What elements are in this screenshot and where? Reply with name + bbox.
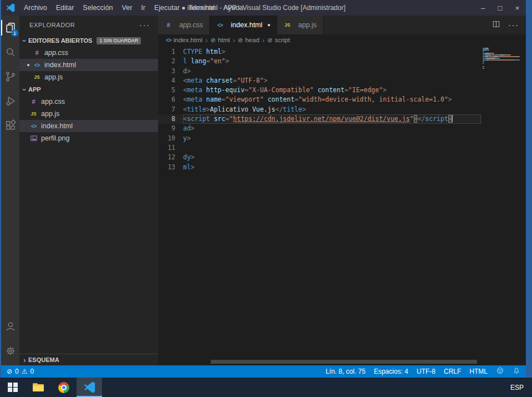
outline-section-header[interactable]: › ESQUEMA [19,354,158,365]
token: content [267,96,294,103]
breadcrumb-item-script[interactable]: script [275,37,290,43]
breadcrumb-item-html[interactable]: html [218,37,230,43]
sidebar-more-actions-icon[interactable]: ··· [139,21,150,29]
token: "en" [210,57,226,65]
code-line-5[interactable]: 5<meta http-equiv="X-UA-Compatible" cont… [158,86,526,95]
file-app-css[interactable]: #app.css [19,96,158,108]
line-number: 2 [158,57,183,66]
minimap-segment [483,51,484,52]
editor-more-actions-icon[interactable]: ··· [508,21,519,29]
token: > [225,57,229,65]
tab-app-js[interactable]: JSapp.js [277,16,323,34]
activity-bar-bottom [1,314,19,365]
encoding[interactable]: UTF-8 [417,368,435,375]
open-editors-section-header[interactable]: › EDITORES ABIERTOS 1 SIN GUARDAR [19,34,158,47]
code-line-12[interactable]: 12dy> [158,153,526,162]
extensions-icon[interactable] [1,113,19,138]
minimap-segment [488,48,489,49]
file-perfil-png[interactable]: perfil.png [19,132,158,144]
cursor-position[interactable]: Lín. 8, col. 75 [326,368,366,375]
token: > [383,86,387,94]
vscode-taskbar-icon[interactable] [77,378,102,397]
code-line-10[interactable]: 10y> [158,134,526,143]
menu-archivo[interactable]: Archivo [19,0,52,16]
open-editor-index-html[interactable]: ●<>index.html [19,59,158,71]
token: = [344,86,348,94]
menu-selecci-n[interactable]: Selección [78,0,117,16]
problems-status[interactable]: ⊘ 0 ⚠ 0 [7,368,34,375]
source-control-icon[interactable] [1,64,19,89]
close-button[interactable]: × [509,0,526,16]
token: l [183,57,187,65]
warnings-icon: ⚠ [22,368,28,375]
minimap-line [483,68,525,69]
breadcrumb-item-head[interactable]: head [245,37,260,43]
tab-app-css[interactable]: #app.css [158,16,210,34]
code-line-9[interactable]: 9ad> [158,124,526,133]
minimap-segment [492,54,500,56]
run-debug-icon[interactable] [1,89,19,113]
start-button[interactable] [0,378,26,397]
open-editor-app-js[interactable]: JSapp.js [19,71,158,83]
code-line-4[interactable]: 4<meta charset="UTF-8"> [158,76,526,86]
code-editor[interactable]: 1CTYPE html>2l lang="en">3d>4<meta chars… [158,46,526,365]
folder-section-header[interactable]: › APP [19,83,158,96]
code-line-13[interactable]: 13ml> [158,163,526,172]
language-indicator[interactable]: ESP [502,384,532,391]
eol[interactable]: CRLF [444,368,461,375]
explorer-icon[interactable]: 1 [1,16,19,40]
code-line-3[interactable]: 3d> [158,67,526,76]
token: dy [183,153,191,161]
open-editor-app-css[interactable]: #app.css [19,47,158,59]
outline-label: ESQUEMA [28,356,59,363]
tab-label: app.css [179,21,203,29]
split-editor-icon[interactable] [492,20,500,31]
minimap-line [483,58,525,59]
vscode-logo-icon [6,3,15,12]
search-icon[interactable] [1,40,19,64]
minimap-segment [505,54,510,56]
menu-ir[interactable]: Ir [136,0,150,16]
account-icon[interactable] [1,314,19,339]
code-line-8[interactable]: 8<script src="https://cdn.jsdelivr.net/n… [158,114,526,124]
css-file-icon: # [164,22,173,28]
code-line-6[interactable]: 6<meta name="viewport" content="width=de… [158,95,526,104]
code-line-2[interactable]: 2l lang="en"> [158,57,526,66]
folder-icon [33,383,44,391]
minimap[interactable] [482,46,526,365]
menu-editar[interactable]: Editar [52,0,79,16]
language-mode[interactable]: HTML [469,368,488,375]
code-line-1[interactable]: 1CTYPE html> [158,47,526,57]
chrome-taskbar-icon[interactable] [51,378,77,397]
code-line-7[interactable]: 7<title>Aplicativo Vue.js</title> [158,105,526,114]
token: < [183,96,187,103]
breadcrumb-separator-icon: › [205,36,207,44]
menu-ver[interactable]: Ver [118,0,137,16]
horizontal-scrollbar[interactable] [211,360,477,364]
html-file-icon: <> [33,62,41,68]
code-line-11[interactable]: 11 [158,143,526,153]
symbol-icon: ⊘ [210,37,215,44]
breadcrumb-item-index-html[interactable]: index.html [174,37,202,43]
minimap-segment [494,53,494,54]
code-text: <meta name="viewport" content="width=dev… [183,95,452,104]
tab-index-html[interactable]: <>index.html● [210,16,277,34]
feedback-smiley-icon[interactable] [496,366,504,376]
chevron-right-icon: › [21,356,28,364]
minimap-segment [489,56,494,57]
file-explorer-taskbar-icon[interactable] [26,378,51,397]
token: > [191,153,195,161]
explorer-badge: 1 [11,29,18,37]
token: script [425,115,448,123]
token: content [317,86,344,94]
tab-label: app.js [298,21,317,29]
menu-ejecutar[interactable]: Ejecutar [150,0,184,16]
file-app-js[interactable]: JSapp.js [19,108,158,120]
indentation[interactable]: Espacios: 4 [374,368,408,375]
file-index-html[interactable]: <>index.html [19,120,158,132]
settings-gear-icon[interactable] [1,339,19,363]
minimize-button[interactable]: – [474,0,492,16]
notifications-bell-icon[interactable] [513,367,520,376]
sidebar-title: EXPLORADOR [29,22,75,28]
maximize-button[interactable]: □ [492,0,509,16]
